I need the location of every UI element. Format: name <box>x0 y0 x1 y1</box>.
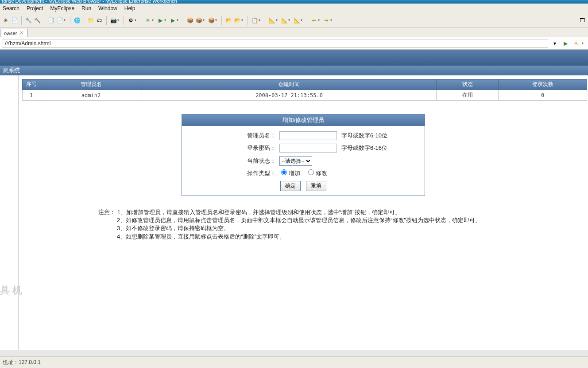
back-icon[interactable]: ⬅ <box>310 16 318 24</box>
dropdown-arrow-icon[interactable]: ▾ <box>318 18 320 22</box>
toolbar-icon[interactable]: 📐 <box>293 16 301 24</box>
separator <box>21 16 22 25</box>
dropdown-arrow-icon[interactable]: ▾ <box>164 18 166 22</box>
toolbar-icon[interactable]: 📁 <box>87 16 95 24</box>
menu-myeclipse[interactable]: MyEclipse <box>50 5 74 12</box>
run-ext-icon[interactable]: ▶ <box>169 16 177 24</box>
status-select[interactable]: --请选择-- <box>279 156 312 166</box>
dropdown-arrow-icon[interactable]: ▾ <box>117 18 119 22</box>
globe-icon[interactable]: 🌐 <box>73 16 81 24</box>
toolbar-icon[interactable]: ✳ <box>2 16 10 24</box>
browser-address-bar: ▾ ▶ ✳▾ <box>0 37 588 50</box>
close-icon[interactable]: ✕ <box>19 30 23 36</box>
separator <box>248 16 248 25</box>
confirm-button[interactable]: 确定 <box>280 181 301 191</box>
toolbar-icon[interactable]: 📂 <box>233 16 241 24</box>
toolbar-icon[interactable]: 📐 <box>280 16 288 24</box>
toolbar-icon[interactable]: 📦 <box>207 16 215 24</box>
separator <box>124 16 124 25</box>
address-input[interactable] <box>3 39 548 48</box>
table-row[interactable]: 1 admin2 2008-03-17 21:13:55.0 在用 0 <box>23 90 587 101</box>
admin-name-label: 管理员名： <box>186 132 279 140</box>
toolbar-icon[interactable]: ⚙ <box>127 16 135 24</box>
camera-icon[interactable]: 📷 <box>109 16 117 24</box>
toolbar-icon[interactable]: 📋 <box>251 16 259 24</box>
toolbar-icon[interactable]: 📂 <box>224 16 232 24</box>
app-title: 息系统 <box>3 67 20 74</box>
notes-line-4: 4、如想删除某管理员，直接用鼠标点击表格后的“删除”文字即可。 <box>117 233 285 241</box>
notes-block: 注意： 1、如增加管理员，请直接输入管理员名和登录密码，并选择管理级别和使用状态… <box>98 208 588 241</box>
window-title: rprise Development - MyEclipse Web Brows… <box>2 0 177 4</box>
main-panel: 序号 管理员名 创建时间 状态 登录次数 1 admin2 2008-03-17… <box>19 75 588 350</box>
toolbar-icon[interactable]: 📦 <box>186 16 194 24</box>
separator <box>44 16 44 25</box>
password-label: 登录密码： <box>186 144 279 152</box>
col-seq: 序号 <box>23 79 40 90</box>
separator <box>265 16 265 25</box>
reset-button[interactable]: 重填 <box>306 181 326 191</box>
toolbar-icon[interactable]: 🔨 <box>33 16 41 24</box>
dropdown-arrow-icon[interactable]: ▾ <box>152 18 154 22</box>
dropdown-arrow-icon[interactable]: ▾ <box>288 18 290 22</box>
dropdown-arrow-icon[interactable]: ▾ <box>64 18 66 22</box>
tab-label: owser <box>4 31 17 36</box>
toolbar-icon[interactable]: 📐 <box>268 16 276 24</box>
run-icon[interactable]: ▶ <box>156 16 164 24</box>
debug-icon[interactable]: ✳ <box>144 16 152 24</box>
toolbar-icon[interactable]: 🗂 <box>96 16 104 24</box>
menu-run[interactable]: Run <box>81 5 91 12</box>
toolbar: ✳ 📄 🔧 🔨 📑 📄▾ 🌐 📁 🗂 📷▾ ⚙▾ ✳▾ ▶▾ ▶▾ 📦 📦▾ 📦… <box>0 13 588 27</box>
dropdown-arrow-icon[interactable]: ▾ <box>301 18 302 22</box>
browser-tab[interactable]: owser ✕ <box>0 29 27 37</box>
toolbar-icon[interactable]: 🔧 <box>24 16 32 24</box>
go-icon[interactable]: ▶ <box>561 39 569 47</box>
dropdown-arrow-icon[interactable]: ▾ <box>203 18 205 22</box>
left-panel <box>0 75 19 350</box>
separator <box>141 16 141 25</box>
menu-help[interactable]: Help <box>124 5 135 12</box>
menu-bar: Search Project MyEclipse Run Window Help <box>0 4 588 13</box>
menu-search[interactable]: Search <box>3 5 19 12</box>
admin-name-input[interactable] <box>279 131 337 140</box>
separator <box>70 16 70 25</box>
tool-icon[interactable]: ✳ <box>572 39 580 47</box>
toolbar-icon[interactable]: 📑 <box>47 16 55 24</box>
dropdown-arrow-icon[interactable]: ▾ <box>215 18 217 22</box>
col-created: 创建时间 <box>142 79 437 90</box>
toolbar-icon[interactable]: 📄 <box>56 16 64 24</box>
forward-icon[interactable]: ➡ <box>322 16 330 24</box>
perspective-icon[interactable]: 🗔 <box>578 16 586 24</box>
notes-line-1: 1、如增加管理员，请直接输入管理员名和登录密码，并选择管理级别和使用状态，选中“… <box>117 209 401 215</box>
watermark: 具 机 <box>19 284 22 297</box>
toolbar-icon[interactable]: 📦 <box>195 16 203 24</box>
cell-created: 2008-03-17 21:13:55.0 <box>142 90 437 101</box>
dropdown-arrow-icon[interactable]: ▾ <box>330 18 332 22</box>
separator <box>84 16 84 25</box>
op-add-radio[interactable] <box>281 169 287 175</box>
op-mod-radio[interactable] <box>308 169 314 175</box>
col-logins: 登录次数 <box>499 79 587 90</box>
menu-project[interactable]: Project <box>27 5 43 12</box>
dropdown-arrow-icon[interactable]: ▾ <box>582 41 584 45</box>
dropdown-arrow-icon[interactable]: ▾ <box>276 18 278 22</box>
dropdown-arrow-icon[interactable]: ▾ <box>135 18 136 22</box>
admin-name-hint: 字母或数字6-10位 <box>341 132 387 140</box>
op-label: 操作类型： <box>186 169 279 177</box>
cell-status: 在用 <box>437 90 499 101</box>
op-add-label: 增加 <box>289 170 300 176</box>
cell-name[interactable]: admin2 <box>40 90 142 101</box>
menu-window[interactable]: Window <box>98 5 117 12</box>
dropdown-arrow-icon[interactable]: ▾ <box>241 18 243 22</box>
admin-form: 增加/修改管理员 管理员名： 字母或数字6-10位 登录密码： 字母或数字6-1… <box>182 114 425 196</box>
cell-logins: 0 <box>499 90 587 101</box>
password-hint: 字母或数字6-16位 <box>341 144 387 152</box>
app-header <box>0 50 588 66</box>
dropdown-arrow-icon[interactable]: ▾ <box>259 18 260 22</box>
notes-title: 注意： <box>98 209 116 215</box>
password-input[interactable] <box>279 144 337 153</box>
dropdown-arrow-icon[interactable]: ▾ <box>177 18 178 22</box>
separator <box>106 16 107 25</box>
address-dropdown-icon[interactable]: ▾ <box>551 39 559 47</box>
toolbar-icon[interactable]: 📄 <box>11 16 19 24</box>
separator <box>307 16 307 25</box>
